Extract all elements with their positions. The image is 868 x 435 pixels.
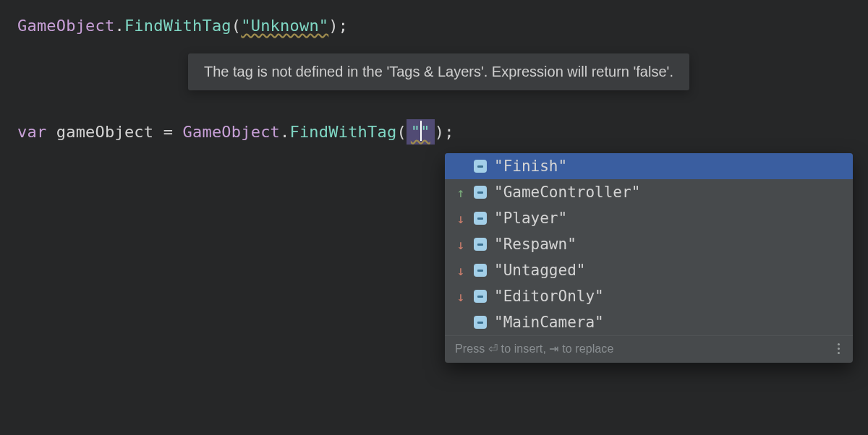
completion-item-label: "Untagged" bbox=[494, 262, 585, 279]
open-paren: ( bbox=[231, 17, 241, 35]
completion-item-label: "MainCamera" bbox=[494, 314, 604, 331]
completion-list[interactable]: "Finish"↑"GameController"↓"Player"↓"Resp… bbox=[445, 153, 853, 335]
code-line-1[interactable]: GameObject.FindWithTag("Unknown"); bbox=[17, 13, 851, 38]
arrow-down-icon: ↓ bbox=[455, 289, 467, 304]
code-line-2[interactable]: var gameObject = GameObject.FindWithTag(… bbox=[17, 119, 851, 145]
arrow-down-icon: ↓ bbox=[455, 237, 467, 252]
completion-item-label: "EditorOnly" bbox=[494, 288, 604, 305]
close-paren-semi: ); bbox=[328, 17, 348, 35]
completion-popup[interactable]: "Finish"↑"GameController"↓"Player"↓"Resp… bbox=[445, 153, 853, 363]
inspection-tooltip: The tag is not defined in the 'Tags & La… bbox=[188, 53, 689, 90]
tag-icon bbox=[474, 264, 487, 277]
arrow-up-icon: ↑ bbox=[455, 185, 467, 200]
method-name: FindWithTag bbox=[124, 17, 231, 35]
dot: . bbox=[280, 123, 289, 141]
close-paren-semi: ); bbox=[435, 123, 454, 141]
class-name: GameObject bbox=[17, 17, 114, 35]
open-paren: ( bbox=[396, 123, 406, 141]
tooltip-text: The tag is not defined in the 'Tags & La… bbox=[204, 64, 673, 79]
completion-hint: Press ⏎ to insert, ⇥ to replace bbox=[455, 342, 613, 356]
completion-item-label: "Player" bbox=[494, 210, 567, 227]
dot: . bbox=[114, 17, 124, 35]
tag-icon bbox=[474, 212, 487, 225]
completion-footer: Press ⏎ to insert, ⇥ to replace bbox=[445, 335, 853, 363]
completion-item[interactable]: "MainCamera" bbox=[445, 309, 853, 335]
identifier: gameObject bbox=[46, 123, 163, 141]
completion-item[interactable]: ↓"Player" bbox=[445, 205, 853, 231]
completion-item-label: "Respawn" bbox=[494, 236, 576, 253]
tag-icon bbox=[474, 238, 487, 251]
tag-icon bbox=[474, 160, 487, 173]
completion-item[interactable]: ↓"Respawn" bbox=[445, 231, 853, 257]
caret-region[interactable]: "" bbox=[407, 119, 435, 145]
string-literal-warned: "Unknown" bbox=[241, 17, 328, 35]
code-editor[interactable]: GameObject.FindWithTag("Unknown"); The t… bbox=[0, 0, 868, 158]
keyword-var: var bbox=[17, 123, 46, 141]
completion-item-label: "Finish" bbox=[494, 158, 567, 175]
completion-item[interactable]: "Finish" bbox=[445, 153, 853, 179]
equals: = bbox=[163, 123, 183, 141]
tag-icon bbox=[474, 186, 487, 199]
tag-icon bbox=[474, 316, 487, 329]
class-name: GameObject bbox=[183, 123, 280, 141]
completion-item-label: "GameController" bbox=[494, 184, 640, 201]
arrow-down-icon: ↓ bbox=[455, 263, 467, 278]
completion-item[interactable]: ↑"GameController" bbox=[445, 179, 853, 205]
method-name: FindWithTag bbox=[289, 123, 396, 141]
arrow-down-icon: ↓ bbox=[455, 211, 467, 226]
more-options-icon[interactable] bbox=[835, 342, 843, 356]
tag-icon bbox=[474, 290, 487, 303]
completion-item[interactable]: ↓"Untagged" bbox=[445, 257, 853, 283]
caret-icon bbox=[420, 121, 422, 141]
completion-item[interactable]: ↓"EditorOnly" bbox=[445, 283, 853, 309]
